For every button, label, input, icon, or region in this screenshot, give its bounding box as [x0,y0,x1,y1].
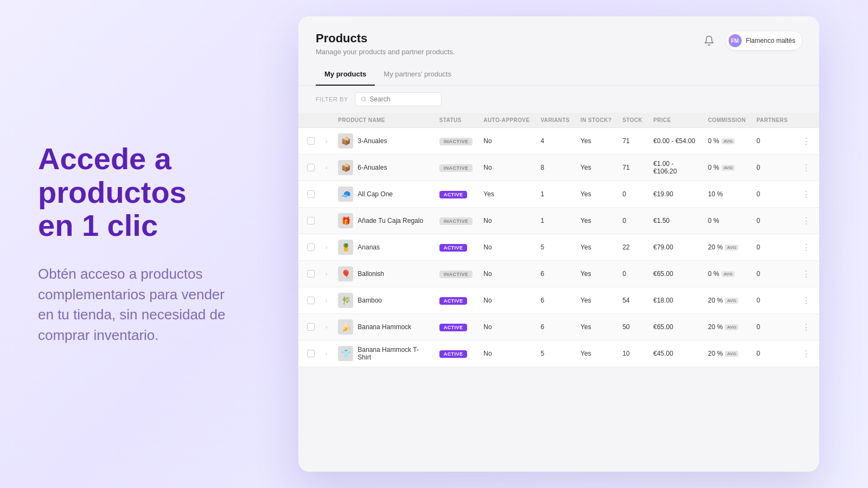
row-checkbox-cell [298,261,320,287]
row-price: €19.90 [648,181,703,208]
row-product-name-cell: 👕 Banana Hammock T-Shirt [333,341,433,367]
row-actions-button[interactable]: ⋮ [799,294,814,307]
row-status-cell: INACTIVE [434,208,478,234]
row-commission: 20 % AVG [703,341,751,367]
svg-point-0 [361,97,365,101]
status-badge: ACTIVE [439,297,468,305]
row-partners: 0 [751,287,793,314]
tab-my-products[interactable]: My products [316,66,375,86]
row-actions-button[interactable]: ⋮ [799,268,814,280]
row-in-stock: Yes [575,181,617,208]
row-checkbox[interactable] [307,243,315,251]
row-checkbox[interactable] [307,190,315,198]
row-product-name-cell: 📦 6-Anuales [333,155,433,181]
expand-icon[interactable]: › [326,245,327,251]
table-row: › 📦 3-Anuales INACTIVE No 4 Yes 71 €0.00… [298,128,819,155]
row-variants: 1 [535,181,576,208]
row-status-cell: ACTIVE [434,341,478,367]
avg-badge: AVG [722,165,735,171]
row-stock: 71 [617,155,648,181]
commission-value: 0 % [708,137,719,145]
row-partners: 0 [751,128,793,155]
row-checkbox-cell [298,181,320,208]
expand-icon[interactable]: › [326,298,327,304]
row-checkbox[interactable] [307,164,315,171]
row-checkbox[interactable] [307,137,315,145]
col-commission: COMMISSION [703,113,751,128]
expand-icon[interactable]: › [326,271,327,277]
row-actions-cell: ⋮ [793,181,819,208]
product-name: Bamboo [358,297,382,304]
avg-badge: AVG [725,351,738,357]
row-actions-button[interactable]: ⋮ [799,215,814,227]
expand-icon[interactable]: › [326,324,327,330]
row-partners: 0 [751,261,793,287]
row-actions-button[interactable]: ⋮ [799,348,814,360]
row-actions-button[interactable]: ⋮ [799,241,814,254]
avatar: FM [729,34,742,47]
row-commission: 20 % AVG [703,234,751,261]
row-actions-cell: ⋮ [793,287,819,314]
description: Obtén acceso a productos complementarios… [38,264,228,346]
search-box[interactable] [355,92,442,106]
row-actions-button[interactable]: ⋮ [799,135,814,147]
status-badge: ACTIVE [439,324,468,331]
product-name: 3-Anuales [358,137,387,145]
row-auto-approve: No [478,234,535,261]
row-price: €18.00 [648,287,703,314]
commission-value: 20 % [708,350,723,357]
row-price: €45.00 [648,341,703,367]
commission-value: 20 % [708,323,723,331]
tab-partners-products[interactable]: My partners' products [375,66,460,86]
table-row: › 🍍 Ananas ACTIVE No 5 Yes 22 €79.00 20 … [298,234,819,261]
row-auto-approve: No [478,287,535,314]
row-commission: 0 % AVG [703,155,751,181]
expand-icon[interactable]: › [326,165,327,171]
row-checkbox[interactable] [307,297,315,304]
col-variants: VARIANTS [535,113,576,128]
row-actions-button[interactable]: ⋮ [799,162,814,174]
svg-line-1 [365,100,366,101]
product-name: Añade Tu Caja Regalo [358,217,423,224]
row-expand-cell [320,181,333,208]
row-variants: 6 [535,287,576,314]
row-price: €65.00 [648,261,703,287]
col-check [298,113,320,128]
row-stock: 0 [617,261,648,287]
row-auto-approve: No [478,128,535,155]
row-stock: 71 [617,128,648,155]
row-checkbox[interactable] [307,350,315,357]
row-status-cell: INACTIVE [434,261,478,287]
row-partners: 0 [751,208,793,234]
table-row: › 🎈 Ballonish INACTIVE No 6 Yes 0 €65.00… [298,261,819,287]
row-checkbox[interactable] [307,270,315,278]
row-actions-cell: ⋮ [793,261,819,287]
row-checkbox[interactable] [307,323,315,331]
expand-icon[interactable]: › [326,351,327,357]
table-row: › 📦 6-Anuales INACTIVE No 8 Yes 71 €1.00… [298,155,819,181]
user-badge[interactable]: FM Flamenco maltés [726,31,802,50]
row-auto-approve: No [478,208,535,234]
row-in-stock: Yes [575,261,617,287]
row-actions-cell: ⋮ [793,208,819,234]
row-commission: 10 % [703,181,751,208]
row-commission: 20 % AVG [703,287,751,314]
row-expand-cell [320,208,333,234]
row-commission: 20 % AVG [703,314,751,341]
row-product-name-cell: 🎋 Bamboo [333,287,433,314]
row-auto-approve: No [478,314,535,341]
row-checkbox-cell [298,234,320,261]
search-input[interactable] [369,95,435,103]
row-checkbox[interactable] [307,217,315,224]
row-variants: 1 [535,208,576,234]
row-actions-button[interactable]: ⋮ [799,321,814,333]
row-auto-approve: No [478,155,535,181]
status-badge: INACTIVE [439,217,473,225]
notification-bell-button[interactable] [700,31,718,50]
product-thumbnail: 🎋 [338,293,353,308]
status-badge: ACTIVE [439,350,468,358]
products-table: PRODUCT NAME STATUS AUTO-APPROVE VARIANT… [298,113,819,367]
expand-icon[interactable]: › [326,138,327,144]
row-actions-button[interactable]: ⋮ [799,188,814,201]
row-product-name-cell: 📦 3-Anuales [333,128,433,155]
